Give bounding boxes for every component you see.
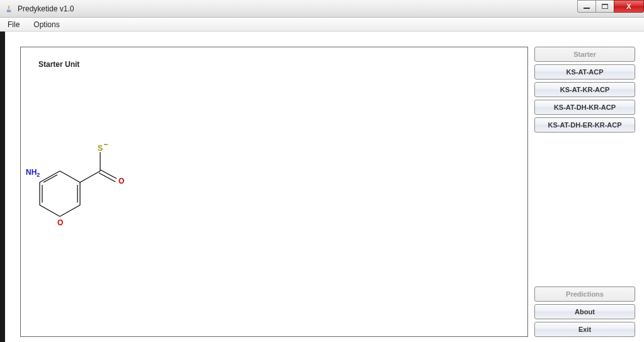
maximize-button[interactable] <box>595 0 614 13</box>
ks-at-kr-acp-button[interactable]: KS-AT-KR-ACP <box>534 82 635 97</box>
atom-o-carbonyl: O <box>118 177 124 186</box>
ks-at-dh-er-kr-acp-button[interactable]: KS-AT-DH-ER-KR-ACP <box>534 117 635 133</box>
predictions-button[interactable]: Predictions <box>534 286 635 302</box>
structure-canvas: Starter Unit <box>20 47 528 337</box>
client-area: Starter Unit <box>5 32 644 342</box>
menu-file[interactable]: File <box>5 19 22 30</box>
side-spacer <box>534 135 635 284</box>
window-title: Predyketide v1.0 <box>18 4 74 13</box>
window-titlebar[interactable]: Predyketide v1.0 X <box>0 0 644 18</box>
menubar: File Options <box>0 18 644 32</box>
about-button[interactable]: About <box>534 304 635 319</box>
canvas-title: Starter Unit <box>38 60 79 69</box>
ks-at-dh-kr-acp-button[interactable]: KS-AT-DH-KR-ACP <box>534 100 635 115</box>
close-button[interactable]: X <box>614 0 644 13</box>
window-controls: X <box>578 0 644 13</box>
minimize-button[interactable] <box>577 0 596 13</box>
ks-at-acp-button[interactable]: KS-AT-ACP <box>534 64 635 80</box>
atom-s: S <box>98 144 103 153</box>
java-icon <box>4 4 14 14</box>
starter-button[interactable]: Starter <box>534 47 635 62</box>
atom-nh2: NH2 <box>26 168 40 178</box>
molecule-diagram: S O O NH2 <box>26 142 139 257</box>
desktop-edge <box>0 32 5 342</box>
atom-o-hydroxyl: O <box>57 218 63 227</box>
app-window: Predyketide v1.0 X File Options Starter … <box>0 0 644 342</box>
side-panel: Starter KS-AT-ACP KS-AT-KR-ACP KS-AT-DH-… <box>534 47 635 337</box>
menu-options[interactable]: Options <box>31 19 62 30</box>
exit-button[interactable]: Exit <box>534 322 635 337</box>
